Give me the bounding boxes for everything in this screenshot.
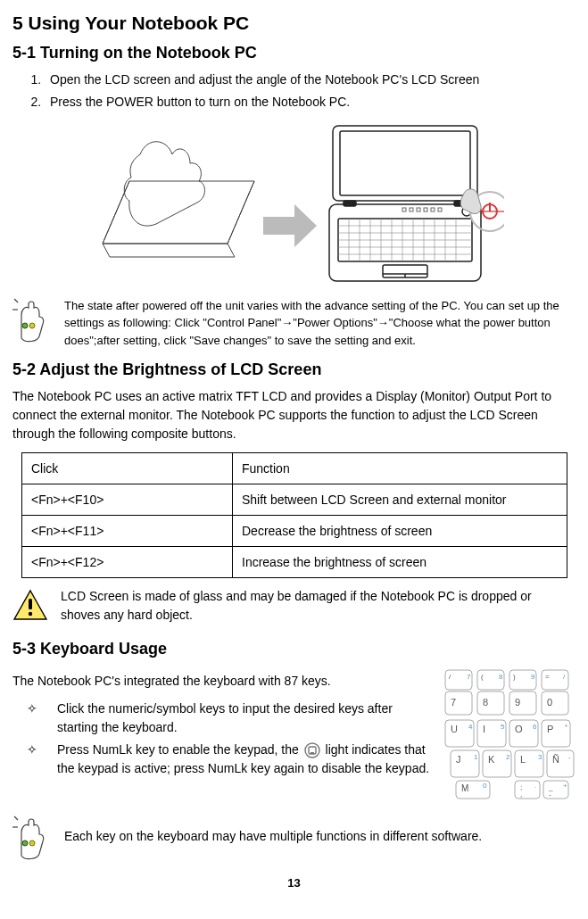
svg-rect-10: [438, 208, 442, 211]
table-cell: <Fn>+<F10>: [22, 484, 233, 516]
svg-point-39: [22, 323, 28, 328]
svg-text:3: 3: [538, 753, 542, 761]
table-cell: Increase the brightness of screen: [233, 547, 567, 578]
warning-triangle-icon: [12, 587, 48, 623]
numlock-indicator-icon: [304, 742, 320, 758]
svg-text:7: 7: [467, 673, 471, 681]
svg-rect-8: [424, 208, 427, 211]
svg-text:O: O: [515, 724, 523, 734]
tip-note: The state after powered off the unit var…: [12, 297, 576, 350]
svg-rect-6: [410, 208, 413, 211]
tip-hand-icon: [12, 815, 52, 861]
svg-rect-9: [431, 208, 435, 211]
svg-text:9: 9: [515, 697, 520, 708]
svg-text:7: 7: [451, 697, 456, 708]
svg-text:): ): [513, 673, 516, 681]
svg-point-43: [305, 743, 319, 758]
svg-text:9: 9: [531, 673, 535, 681]
svg-text:6: 6: [533, 723, 537, 731]
tip-text: Each key on the keyboard may have multip…: [64, 815, 576, 846]
svg-text:P: P: [547, 724, 553, 734]
function-keys-table: Click Function <Fn>+<F10> Shift between …: [21, 452, 567, 578]
svg-text:8: 8: [483, 697, 488, 708]
svg-rect-2: [329, 204, 481, 281]
svg-text:(: (: [481, 673, 484, 681]
svg-text:I: I: [483, 724, 485, 734]
keyboard-bullets: Click the numeric/symbol keys to input t…: [36, 700, 433, 778]
svg-text:4: 4: [468, 723, 473, 731]
svg-rect-41: [29, 599, 32, 609]
table-header-cell: Click: [22, 453, 233, 484]
svg-text:*: *: [565, 723, 567, 731]
svg-rect-7: [417, 208, 420, 211]
svg-text:2: 2: [506, 753, 510, 761]
svg-text:8: 8: [499, 673, 503, 681]
svg-text:0: 0: [547, 697, 552, 708]
svg-rect-58: [445, 691, 472, 715]
section-5-3-para: The Notebook PC's integrated the keyboar…: [12, 672, 433, 691]
svg-rect-3: [344, 201, 356, 206]
table-cell: Shift between LCD Screen and external mo…: [233, 484, 567, 516]
warning-note: LCD Screen is made of glass and may be d…: [12, 587, 576, 628]
section-5-2-heading: 5-2 Adjust the Brightness of LCD Screen: [12, 358, 576, 382]
svg-text:=: =: [545, 673, 550, 681]
svg-rect-5: [402, 208, 406, 211]
svg-text:+: +: [563, 782, 567, 790]
svg-text:1: 1: [474, 753, 478, 761]
tip-hand-icon: [12, 297, 52, 344]
svg-point-104: [29, 840, 35, 846]
svg-point-42: [29, 612, 32, 616]
arrow-icon: [263, 204, 317, 247]
svg-rect-1: [340, 131, 470, 195]
table-header-cell: Function: [233, 453, 567, 484]
numeric-keypad-diagram: /7 (8 )9 =/ 7 8 9 0: [442, 666, 576, 800]
page-number: 13: [12, 874, 576, 892]
table-row: <Fn>+<F12> Increase the brightness of sc…: [22, 547, 567, 578]
chapter-heading: 5 Using Your Notebook PC: [12, 9, 576, 37]
steps-list: Open the LCD screen and adjust the angle…: [12, 70, 576, 112]
svg-rect-59: [477, 691, 504, 715]
svg-text:K: K: [488, 754, 495, 765]
section-5-1-heading: 5-1 Turning on the Notebook PC: [12, 41, 576, 65]
step-item: Open the LCD screen and adjust the angle…: [45, 70, 576, 89]
open-laptop-diagram: [85, 119, 504, 288]
svg-text:5: 5: [501, 723, 505, 731]
svg-text:M: M: [461, 783, 468, 793]
table-row: <Fn>+<F10> Shift between LCD Screen and …: [22, 484, 567, 516]
svg-text:,: ,: [520, 791, 522, 799]
table-cell: Decrease the brightness of screen: [233, 516, 567, 547]
svg-text:Ñ: Ñ: [552, 754, 559, 765]
svg-text:.: .: [534, 782, 536, 790]
table-row: <Fn>+<F11> Decrease the brightness of sc…: [22, 516, 567, 547]
step-item: Press the POWER button to turn on the No…: [45, 93, 576, 112]
table-cell: <Fn>+<F12>: [22, 547, 233, 578]
svg-text:-: -: [549, 791, 551, 799]
svg-text:L: L: [520, 754, 526, 765]
list-item: Press NumLk key to enable the keypad, th…: [36, 741, 433, 778]
svg-point-103: [22, 840, 28, 846]
svg-text:-: -: [568, 753, 571, 761]
svg-text:0: 0: [483, 782, 487, 790]
svg-rect-61: [542, 691, 568, 715]
svg-rect-60: [509, 691, 536, 715]
svg-line-101: [14, 816, 18, 820]
table-cell: <Fn>+<F11>: [22, 516, 233, 547]
section-5-3-heading: 5-3 Keyboard Usage: [12, 637, 576, 661]
svg-rect-45: [311, 752, 314, 754]
table-header-row: Click Function: [22, 453, 567, 484]
svg-rect-0: [333, 126, 477, 201]
svg-text:J: J: [456, 754, 461, 765]
press-power-icon: [460, 188, 504, 230]
section-5-2-para: The Notebook PC uses an active matrix TF…: [12, 387, 576, 443]
tip-note: Each key on the keyboard may have multip…: [12, 815, 576, 866]
svg-line-36: [14, 299, 18, 302]
tip-text: The state after powered off the unit var…: [64, 297, 576, 350]
warning-text: LCD Screen is made of glass and may be d…: [61, 587, 576, 625]
svg-point-40: [29, 323, 35, 328]
svg-text:U: U: [451, 724, 458, 734]
list-item: Click the numeric/symbol keys to input t…: [36, 700, 433, 737]
